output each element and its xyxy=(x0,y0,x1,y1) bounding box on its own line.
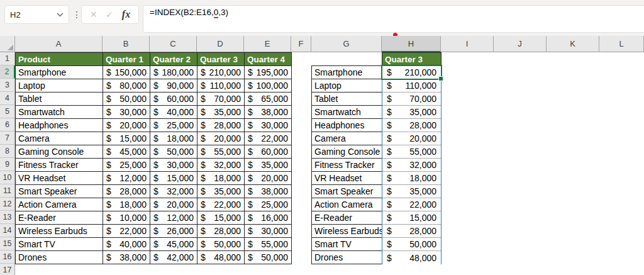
cell-H2[interactable]: $210,000 xyxy=(382,66,441,79)
cell-D8[interactable]: $55,000 xyxy=(197,145,245,159)
column-header-H[interactable]: H xyxy=(382,36,441,52)
cell-C1[interactable]: Quarter 2 xyxy=(150,52,197,66)
cell-E5[interactable]: $38,000 xyxy=(244,105,292,119)
cell-A10[interactable]: VR Headset xyxy=(15,171,103,185)
cell-D3[interactable]: $110,000 xyxy=(197,79,245,93)
cell-E11[interactable]: $38,000 xyxy=(244,184,292,198)
name-box[interactable]: H2 xyxy=(4,5,69,24)
cell-H4[interactable]: $70,000 xyxy=(382,93,441,106)
cell-G13[interactable]: E-Reader xyxy=(311,211,382,225)
row-header-2[interactable]: 2 xyxy=(0,65,15,79)
cell-E7[interactable]: $22,000 xyxy=(244,132,292,145)
cell-D6[interactable]: $28,000 xyxy=(197,118,245,132)
cell-A9[interactable]: Fitness Tracker xyxy=(15,158,103,172)
cell-D5[interactable]: $35,000 xyxy=(197,105,245,119)
row-header-9[interactable]: 9 xyxy=(0,158,15,171)
cell-G14[interactable]: Wireless Earbuds xyxy=(311,224,382,238)
cell-D12[interactable]: $22,000 xyxy=(197,198,245,211)
cell-H13[interactable]: $15,000 xyxy=(382,211,441,225)
row-header-13[interactable]: 13 xyxy=(0,211,15,224)
cell-H9[interactable]: $32,000 xyxy=(382,159,441,172)
cell-D13[interactable]: $15,000 xyxy=(197,211,245,225)
cell-E9[interactable]: $35,000 xyxy=(244,158,292,172)
cell-B2[interactable]: $150,000 xyxy=(103,65,150,79)
row-header-8[interactable]: 8 xyxy=(0,145,15,158)
cell-E6[interactable]: $30,000 xyxy=(244,118,292,132)
cell-D7[interactable]: $20,000 xyxy=(197,132,245,145)
cell-H6[interactable]: $28,000 xyxy=(382,119,441,132)
cell-B7[interactable]: $15,000 xyxy=(103,132,150,145)
cell-G9[interactable]: Fitness Tracker xyxy=(311,158,382,172)
cell-G15[interactable]: Smart TV xyxy=(311,237,382,251)
cell-C7[interactable]: $18,000 xyxy=(150,132,197,145)
cell-B1[interactable]: Quarter 1 xyxy=(103,52,150,66)
column-header-I[interactable]: I xyxy=(441,36,494,52)
cell-E16[interactable]: $50,000 xyxy=(244,250,292,264)
cell-B4[interactable]: $50,000 xyxy=(103,92,150,106)
cell-B16[interactable]: $38,000 xyxy=(103,250,150,264)
cell-E12[interactable]: $25,000 xyxy=(244,198,292,211)
cell-H12[interactable]: $22,000 xyxy=(382,198,441,211)
cell-C16[interactable]: $42,000 xyxy=(150,250,197,264)
column-header-C[interactable]: C xyxy=(150,36,197,52)
cell-H15[interactable]: $50,000 xyxy=(382,238,441,251)
cell-C15[interactable]: $45,000 xyxy=(150,237,197,251)
cell-A11[interactable]: Smart Speaker xyxy=(15,184,103,198)
cell-B3[interactable]: $80,000 xyxy=(103,79,150,93)
cell-B12[interactable]: $18,000 xyxy=(103,198,150,211)
cell-B5[interactable]: $30,000 xyxy=(103,105,150,119)
cell-G7[interactable]: Camera xyxy=(311,132,382,145)
cell-H16[interactable]: $48,000 xyxy=(382,251,441,264)
column-header-E[interactable]: E xyxy=(244,36,291,52)
cell-B11[interactable]: $28,000 xyxy=(103,184,150,198)
row-header-11[interactable]: 11 xyxy=(0,184,15,198)
row-header-14[interactable]: 14 xyxy=(0,224,15,237)
row-header-3[interactable]: 3 xyxy=(0,79,15,92)
cell-B10[interactable]: $12,000 xyxy=(103,171,150,185)
cell-D4[interactable]: $70,000 xyxy=(197,92,245,106)
cell-G5[interactable]: Smartwatch xyxy=(311,105,382,119)
cell-H5[interactable]: $35,000 xyxy=(382,106,441,119)
column-header-J[interactable]: J xyxy=(494,36,547,52)
row-header-7[interactable]: 7 xyxy=(0,132,15,145)
row-header-6[interactable]: 6 xyxy=(0,118,15,132)
cell-B8[interactable]: $45,000 xyxy=(103,145,150,159)
column-header-L[interactable]: L xyxy=(599,36,644,52)
cell-C8[interactable]: $50,000 xyxy=(150,145,197,159)
cell-A14[interactable]: Wireless Earbuds xyxy=(15,224,103,238)
cell-A5[interactable]: Smartwatch xyxy=(15,105,103,119)
cell-D16[interactable]: $48,000 xyxy=(197,250,245,264)
cell-G12[interactable]: Action Camera xyxy=(311,198,382,211)
cell-C6[interactable]: $25,000 xyxy=(150,118,197,132)
cell-E3[interactable]: $100,000 xyxy=(244,79,292,93)
cell-C5[interactable]: $40,000 xyxy=(150,105,197,119)
cell-G11[interactable]: Smart Speaker xyxy=(311,184,382,198)
cell-A16[interactable]: Drones xyxy=(15,250,103,264)
cell-G10[interactable]: VR Headset xyxy=(311,171,382,185)
cell-D2[interactable]: $210,000 xyxy=(197,65,245,79)
cell-A15[interactable]: Smart TV xyxy=(15,237,103,251)
cell-B9[interactable]: $25,000 xyxy=(103,158,150,172)
column-header-G[interactable]: G xyxy=(311,36,382,52)
select-all-corner[interactable] xyxy=(0,36,15,52)
confirm-icon[interactable]: ✓ xyxy=(106,9,113,20)
cell-H3[interactable]: $110,000 xyxy=(382,79,441,93)
cell-H7[interactable]: $20,000 xyxy=(382,132,441,145)
cell-D1[interactable]: Quarter 3 xyxy=(197,52,245,66)
cell-G6[interactable]: Headphones xyxy=(311,118,382,132)
row-header-4[interactable]: 4 xyxy=(0,92,15,105)
cell-A12[interactable]: Action Camera xyxy=(15,198,103,211)
cell-A6[interactable]: Headphones xyxy=(15,118,103,132)
cell-A1[interactable]: Product xyxy=(15,52,103,66)
row-header-15[interactable]: 15 xyxy=(0,237,15,250)
cell-A8[interactable]: Gaming Console xyxy=(15,145,103,159)
cell-E8[interactable]: $60,000 xyxy=(244,145,292,159)
insert-function-icon[interactable]: fx xyxy=(122,9,130,20)
cell-C10[interactable]: $15,000 xyxy=(150,171,197,185)
cell-B14[interactable]: $22,000 xyxy=(103,224,150,238)
cell-D9[interactable]: $32,000 xyxy=(197,158,245,172)
cell-C9[interactable]: $30,000 xyxy=(150,158,197,172)
cell-C13[interactable]: $12,000 xyxy=(150,211,197,225)
cell-D10[interactable]: $18,000 xyxy=(197,171,245,185)
cell-G8[interactable]: Gaming Console xyxy=(311,145,382,159)
